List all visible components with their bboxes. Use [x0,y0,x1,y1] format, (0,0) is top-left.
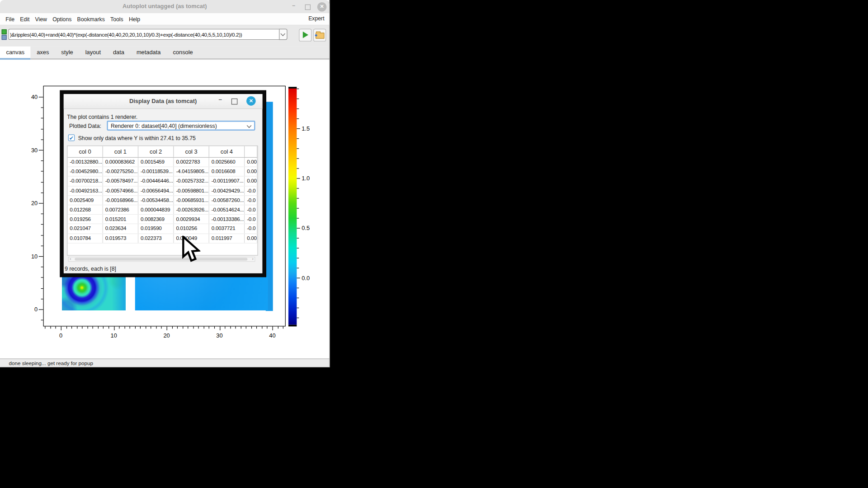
table-cell[interactable]: 0.021047 [67,224,103,233]
table-header-cell[interactable]: col 2 [138,146,174,157]
x-major-tick [61,326,61,330]
table-cell[interactable]: 0.010256 [174,224,209,233]
data-source-icon[interactable] [2,29,7,40]
table-cell[interactable]: -0.00574966... [103,186,138,195]
table-cell[interactable]: -0.0 [245,186,257,195]
window-maximize-icon[interactable] [303,2,312,12]
table-cell[interactable]: -0.00132880... [67,158,103,167]
menu-item-tools[interactable]: Tools [110,16,123,22]
table-cell[interactable]: 0.00 [245,167,257,176]
table-cell[interactable]: -0.00452980... [67,167,103,176]
window-title-bar[interactable]: Autoplot untagged (as tomcat) – ✕ [0,0,330,13]
dialog-minimize-icon[interactable]: – [217,96,224,103]
table-cell[interactable]: -4.04159805... [174,167,209,176]
table-cell[interactable]: 0.0025409 [67,196,103,205]
table-cell[interactable]: -0.00133386... [209,215,245,224]
table-cell[interactable]: -0.00168966... [103,196,138,205]
table-header-cell[interactable] [245,146,257,157]
filter-checkbox[interactable]: ✔ [68,135,75,141]
table-header-cell[interactable]: col 3 [174,146,209,157]
table-cell[interactable]: 0.019256 [67,215,103,224]
table-cell[interactable]: 0.000083662 [103,158,138,167]
heatmap-ripple-patch[interactable] [62,277,126,310]
dialog-title-bar[interactable]: Display Data (as tomcat) – ✕ [64,94,263,109]
table-cell[interactable]: -0.0 [245,196,257,205]
expert-mode-label[interactable]: Expert [308,15,324,21]
table-cell[interactable]: 0.0029934 [174,215,209,224]
table-cell[interactable]: 0.0037721 [209,224,245,233]
table-cell[interactable]: 0.023634 [103,224,138,233]
table-cell[interactable]: -0.00118539... [138,167,174,176]
table-cell[interactable]: 0.0025660 [209,158,245,167]
scroll-left-icon[interactable]: ‹ [70,256,71,261]
open-file-button[interactable] [313,29,326,42]
table-cell[interactable]: 0.019590 [138,224,174,233]
x-tick-label: 0 [54,332,68,339]
menu-item-view[interactable]: View [35,16,47,22]
table-cell[interactable]: 0.011997 [209,234,245,243]
tab-metadata[interactable]: metadata [130,47,167,60]
menu-item-file[interactable]: File [5,16,14,22]
go-button[interactable] [299,29,311,42]
menu-item-bookmarks[interactable]: Bookmarks [77,16,105,22]
table-cell[interactable]: -0.00598801... [174,186,209,195]
table-header-cell[interactable]: col 0 [67,146,103,157]
table-header-cell[interactable]: col 4 [209,146,245,157]
uri-input[interactable] [8,29,280,40]
uri-dropdown-button[interactable] [279,29,287,40]
table-cell[interactable]: 0.019573 [103,234,138,243]
plotted-data-select[interactable]: Renderer 0: dataset[40,40] (dimensionles… [107,121,255,131]
window-close-icon[interactable]: ✕ [317,2,327,12]
menu-item-help[interactable]: Help [129,16,140,22]
table-cell[interactable]: -0.00492163... [67,186,103,195]
table-cell[interactable]: -0.00446446... [138,177,174,186]
table-cell[interactable]: 0.010784 [67,234,103,243]
window-minimize-icon[interactable]: – [289,0,298,10]
table-cell[interactable]: 0.022373 [138,234,174,243]
tab-console[interactable]: console [167,47,199,60]
menu-item-options[interactable]: Options [52,16,71,22]
table-cell[interactable]: -0.0 [245,224,257,233]
table-cell[interactable]: -0.0 [245,215,257,224]
table-cell[interactable]: -0.00119907... [209,177,245,186]
table-cell[interactable]: -0.00534458... [138,196,174,205]
table-cell[interactable]: 0.0022783 [174,158,209,167]
scroll-right-icon[interactable]: › [252,256,254,261]
table-cell[interactable]: -0.00257332... [174,177,209,186]
colorbar[interactable] [288,87,297,326]
table-cell[interactable]: -0.00275250... [103,167,138,176]
table-cell[interactable]: -0.00700218... [67,177,103,186]
table-cell[interactable]: -0.0 [245,205,257,214]
dialog-close-icon[interactable]: ✕ [246,96,256,106]
tab-axes[interactable]: axes [31,47,55,60]
table-cell[interactable]: -0.00578497... [103,177,138,186]
dialog-maximize-icon[interactable] [231,99,237,104]
table-cell[interactable]: -0.00656494... [138,186,174,195]
tab-layout[interactable]: layout [79,47,107,60]
table-cell[interactable]: 0.000044839 [138,205,174,214]
scrollbar-thumb[interactable] [75,258,247,261]
tab-data[interactable]: data [107,47,130,60]
heatmap-azure-patch[interactable] [135,277,268,310]
table-cell[interactable]: 0.0015459 [138,158,174,167]
tab-style[interactable]: style [55,47,79,60]
table-cell[interactable]: 0.012268 [67,205,103,214]
tab-canvas[interactable]: canvas [0,47,31,60]
table-cell[interactable]: 0.015201 [103,215,138,224]
table-cell[interactable]: -0.00429429... [209,186,245,195]
table-cell[interactable]: -0.00263926... [174,205,209,214]
table-h-scrollbar[interactable]: ‹ › [68,257,255,262]
table-cell[interactable]: -0.00514624... [209,205,245,214]
table-cell[interactable]: 0.00 [245,158,257,167]
menu-item-edit[interactable]: Edit [20,16,29,22]
table-header-cell[interactable]: col 1 [103,146,138,157]
table-cell[interactable]: -0.00685931... [174,196,209,205]
table-cell[interactable]: 0.0016608 [209,167,245,176]
table-cell[interactable]: 0.0082369 [138,215,174,224]
y-minor-tick [41,320,43,320]
x-minor-tick [66,326,66,328]
table-cell[interactable]: 0.00 [245,177,257,186]
table-cell[interactable]: 0.00 [245,234,257,243]
table-cell[interactable]: -0.00587260... [209,196,245,205]
table-cell[interactable]: 0.0072386 [103,205,138,214]
